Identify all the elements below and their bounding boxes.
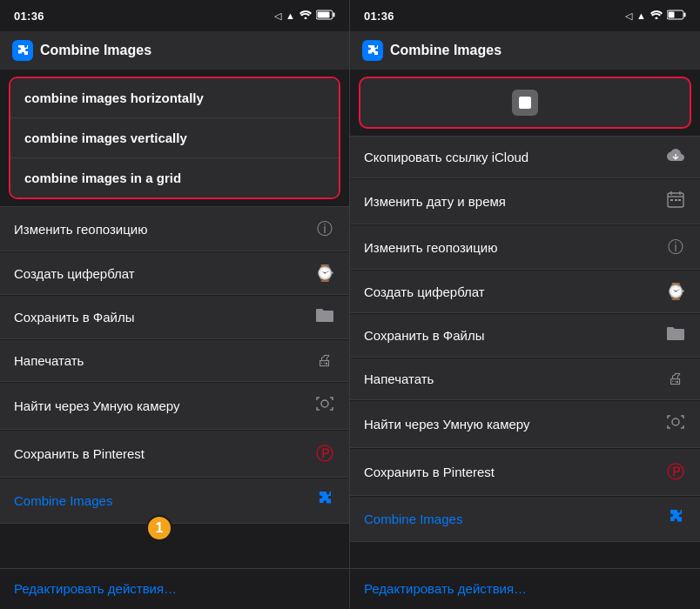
menu-item-watchface-r[interactable]: Создать циферблат ⌚ <box>350 271 700 313</box>
menu-item-pinterest[interactable]: Сохранить в Pinterest Ⓟ <box>0 431 349 478</box>
menu-item-camera-text-r: Найти через Умную камеру <box>364 417 529 432</box>
menu-item-geoposition-r[interactable]: Изменить геопозицию ⓘ <box>350 225 700 270</box>
option-horizontal[interactable]: combine images horizontally <box>10 78 339 118</box>
menu-item-datetime-text: Изменить дату и время <box>364 194 506 209</box>
status-time-left: 01:36 <box>14 10 44 23</box>
phone-panel-right: 01:36 ◁ ▲ <box>350 0 700 609</box>
menu-item-camera-r[interactable]: Найти через Умную камеру <box>350 401 700 448</box>
location-icon: ◁ <box>274 10 281 22</box>
status-bar-left: 01:36 ◁ ▲ <box>0 0 349 31</box>
menu-item-print-text: Напечатать <box>14 353 84 368</box>
app-icon-right <box>362 40 383 61</box>
info-icon-r: ⓘ <box>665 237 686 258</box>
bottom-link-left[interactable]: Редактировать действия… <box>0 568 349 609</box>
svg-rect-3 <box>318 12 330 18</box>
menu-item-camera[interactable]: Найти через Умную камеру <box>0 383 349 430</box>
stop-button-area <box>359 77 691 129</box>
pinterest-icon-r: Ⓟ <box>665 460 686 484</box>
pinterest-icon: Ⓟ <box>314 442 335 465</box>
menu-item-combine-r[interactable]: Combine Images <box>350 497 700 542</box>
status-time-right: 01:36 <box>364 10 394 23</box>
badge-1: 1 <box>146 515 172 541</box>
screenshot-container: 01:36 ◁ ▲ <box>0 0 700 609</box>
camera-scan-icon <box>314 394 335 418</box>
svg-point-0 <box>305 17 307 20</box>
calendar-icon <box>665 191 686 212</box>
svg-rect-8 <box>669 12 675 18</box>
app-icon-left <box>12 40 33 61</box>
menu-item-combine[interactable]: Combine Images <box>0 478 349 524</box>
svg-rect-10 <box>670 199 673 201</box>
app-title-left: Combine Images <box>40 43 151 58</box>
watch-icon: ⌚ <box>314 264 335 283</box>
menu-item-icloud[interactable]: Скопировать ссылку iCloud <box>350 136 700 178</box>
menu-list-right: Скопировать ссылку iCloud Изменить дату … <box>350 136 700 568</box>
option-vertical[interactable]: combine images vertically <box>10 118 339 158</box>
info-icon: ⓘ <box>314 218 335 239</box>
bottom-link-text-left: Редактировать действия… <box>14 581 177 596</box>
menu-item-combine-text-r: Combine Images <box>364 512 462 526</box>
folder-icon-r <box>665 325 686 345</box>
icloud-icon <box>665 148 686 166</box>
svg-rect-11 <box>675 199 677 201</box>
wifi-icon <box>300 10 312 21</box>
location-icon-r: ◁ <box>625 10 632 22</box>
menu-item-geoposition-text: Изменить геопозицию <box>14 222 147 237</box>
menu-item-combine-text: Combine Images <box>14 493 112 508</box>
option-grid[interactable]: combine images in a grid <box>10 158 339 197</box>
menu-item-geoposition[interactable]: Изменить геопозицию ⓘ <box>0 206 349 251</box>
svg-point-5 <box>656 17 658 20</box>
menu-item-files-text-r: Сохранить в Файлы <box>364 328 485 343</box>
option-horizontal-text: combine images horizontally <box>24 90 204 105</box>
menu-item-files[interactable]: Сохранить в Файлы <box>0 296 349 339</box>
signal-icon: ▲ <box>286 10 295 21</box>
folder-icon <box>314 307 335 327</box>
menu-item-watchface-text-r: Создать циферблат <box>364 284 485 299</box>
menu-item-datetime[interactable]: Изменить дату и время <box>350 179 700 224</box>
app-title-right: Combine Images <box>390 43 501 58</box>
app-header-right: Combine Images <box>350 31 700 70</box>
stop-button[interactable] <box>512 90 538 116</box>
printer-icon: 🖨 <box>314 351 335 370</box>
svg-point-4 <box>321 400 328 407</box>
menu-item-camera-text: Найти через Умную камеру <box>14 398 179 413</box>
menu-item-print-text-r: Напечатать <box>364 371 434 386</box>
menu-item-watchface-text: Создать циферблат <box>14 266 135 281</box>
options-box: combine images horizontally combine imag… <box>9 77 340 199</box>
puzzle-icon-left <box>314 490 335 512</box>
menu-item-geoposition-text-r: Изменить геопозицию <box>364 240 497 255</box>
app-header-left: Combine Images <box>0 31 349 70</box>
menu-list-left: Изменить геопозицию ⓘ Создать циферблат … <box>0 206 349 568</box>
menu-item-files-r[interactable]: Сохранить в Файлы <box>350 314 700 358</box>
menu-item-print-r[interactable]: Напечатать 🖨 <box>350 358 700 400</box>
status-bar-right: 01:36 ◁ ▲ <box>350 0 700 31</box>
signal-icon-r: ▲ <box>636 10 646 21</box>
menu-item-watchface[interactable]: Создать циферблат ⌚ <box>0 252 349 295</box>
battery-icon-r <box>667 10 686 22</box>
menu-item-files-text: Сохранить в Файлы <box>14 310 135 325</box>
svg-point-13 <box>672 418 679 425</box>
camera-scan-icon-r <box>665 412 686 436</box>
status-icons-left: ◁ ▲ <box>274 10 335 22</box>
wifi-icon-r <box>650 10 663 21</box>
menu-item-print[interactable]: Напечатать 🖨 <box>0 340 349 382</box>
option-grid-text: combine images in a grid <box>24 171 181 185</box>
svg-rect-2 <box>333 13 335 17</box>
phone-panel-left: 01:36 ◁ ▲ <box>0 0 350 609</box>
bottom-link-right[interactable]: Редактировать действия… <box>350 568 700 609</box>
printer-icon-r: 🖨 <box>665 370 686 388</box>
watch-icon-r: ⌚ <box>665 282 686 301</box>
bottom-link-text-right: Редактировать действия… <box>364 581 527 596</box>
svg-rect-12 <box>678 199 681 201</box>
svg-rect-7 <box>684 13 686 17</box>
puzzle-icon-right <box>665 508 686 530</box>
menu-item-pinterest-text: Сохранить в Pinterest <box>14 446 145 461</box>
battery-icon <box>316 10 335 22</box>
stop-square-icon <box>519 97 531 109</box>
status-icons-right: ◁ ▲ <box>625 10 686 22</box>
menu-item-icloud-text: Скопировать ссылку iCloud <box>364 150 528 164</box>
menu-item-pinterest-r[interactable]: Сохранить в Pinterest Ⓟ <box>350 449 700 496</box>
menu-item-pinterest-text-r: Сохранить в Pinterest <box>364 465 495 479</box>
option-vertical-text: combine images vertically <box>24 130 187 145</box>
